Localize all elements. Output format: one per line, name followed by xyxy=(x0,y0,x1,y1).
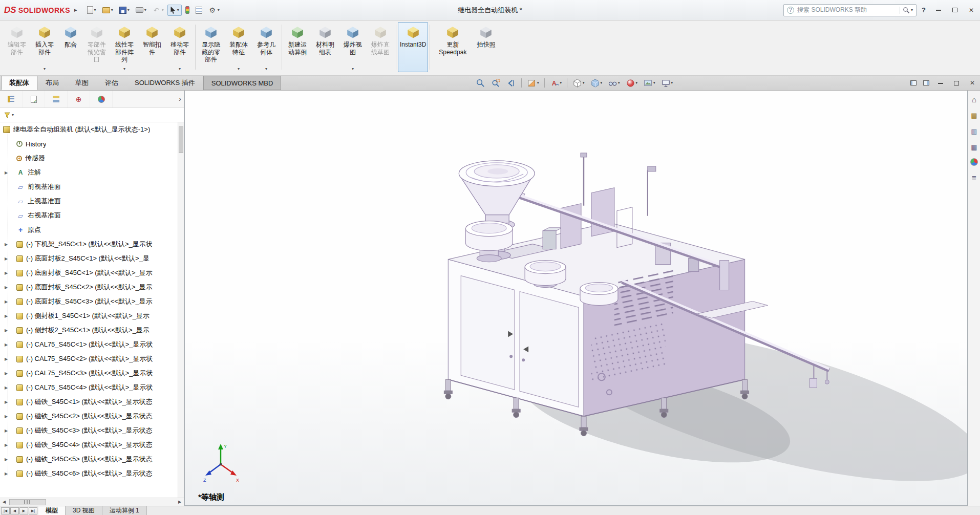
ribbon-button[interactable]: 移动零部件 ▾ xyxy=(166,22,194,72)
zoom-area-button[interactable] xyxy=(489,77,503,90)
tree-item[interactable]: ▶ 上视基准面 xyxy=(0,194,178,208)
tree-item[interactable]: ▶ (-) 磁铁_S45C<6> (默认<<默认>_显示状态 xyxy=(0,466,178,481)
dropdown-arrow-icon[interactable]: ▾ xyxy=(179,67,181,71)
tree-item[interactable]: ▶ (-) CAL75_S45C<1> (默认<<默认>_显示状 xyxy=(0,337,178,352)
dropdown-arrow-icon[interactable]: ▾ xyxy=(238,67,240,71)
expand-arrow-icon[interactable]: ▶ xyxy=(5,170,8,176)
filter-input[interactable] xyxy=(16,110,180,120)
tree-item[interactable]: ▶ (-) 磁铁_S45C<3> (默认<<默认>_显示状态 xyxy=(0,423,178,438)
task-pane-icon[interactable] xyxy=(970,95,979,104)
previous-view-button[interactable] xyxy=(504,77,518,90)
tree-item[interactable]: ▶ (-) 磁铁_S45C<5> (默认<<默认>_显示状态 xyxy=(0,452,178,466)
graphics-viewport[interactable]: Y X Z *等轴测 xyxy=(184,91,968,506)
close-button[interactable]: ✕ xyxy=(967,6,976,14)
pane-right-icon[interactable] xyxy=(923,80,929,85)
dynamic-annotation-views-button[interactable]: A ▾ xyxy=(548,77,564,90)
dropdown-arrow-icon[interactable]: ▾ xyxy=(94,8,96,12)
expand-arrow-icon[interactable]: ▶ xyxy=(5,442,8,448)
dropdown-arrow-icon[interactable]: ▾ xyxy=(265,67,267,71)
tree-item[interactable]: ▶ (-) 磁铁_S45C<2> (默认<<默认>_显示状态 xyxy=(0,409,178,423)
quick-access-button[interactable]: ▾ xyxy=(133,5,149,15)
dropdown-arrow-icon[interactable]: ▾ xyxy=(177,8,179,12)
expand-arrow-icon[interactable]: ▶ xyxy=(5,285,8,290)
tree-item[interactable]: ▶ (-) 侧封板1_S45C<1> (默认<<默认>_显示 xyxy=(0,309,178,323)
panel-collapse-arrow[interactable]: › xyxy=(179,94,181,103)
menu-expand-arrow-icon[interactable]: ▸ xyxy=(74,7,77,13)
bottom-tab[interactable]: 3D 视图 xyxy=(66,506,102,515)
quick-access-button[interactable]: ▾ xyxy=(117,5,132,16)
view-orientation-button[interactable]: ▾ xyxy=(570,77,587,90)
ribbon-button[interactable]: 线性零部件阵列 ▾ xyxy=(111,22,138,72)
hide-show-items-button[interactable]: ▾ xyxy=(606,77,622,90)
tree-item[interactable]: ▶ (-) 底面封板2_S45C<1> (默认<<默认>_显 xyxy=(0,251,178,266)
sheet-nav-button[interactable] xyxy=(19,507,28,514)
pane-left-icon[interactable] xyxy=(910,80,917,85)
dropdown-arrow-icon[interactable]: ▾ xyxy=(127,8,130,12)
expand-arrow-icon[interactable]: ▶ xyxy=(5,471,8,477)
quick-access-button[interactable]: ▾ xyxy=(150,4,166,16)
ribbon-button[interactable]: 编辑零部件 ▾ xyxy=(3,22,31,72)
tree-vertical-scrollbar[interactable] xyxy=(178,122,184,498)
edit-appearance-button[interactable]: ▾ xyxy=(624,77,640,90)
command-tab[interactable]: 装配体 xyxy=(1,76,37,90)
dropdown-arrow-icon[interactable]: ▾ xyxy=(352,67,354,71)
ribbon-button[interactable]: 智能扣件 ▾ xyxy=(138,22,166,72)
task-pane-icon[interactable] xyxy=(970,126,979,136)
machine-3d-model[interactable] xyxy=(185,91,967,505)
tree-item[interactable]: ▶ 注解 xyxy=(0,165,178,180)
apply-scene-button[interactable]: ▾ xyxy=(641,77,657,90)
bottom-tab[interactable]: 运动算例 1 xyxy=(102,506,147,515)
dropdown-arrow-icon[interactable]: ▾ xyxy=(111,8,113,12)
scroll-left-arrow[interactable]: ◀ xyxy=(0,500,8,504)
expand-arrow-icon[interactable]: ▶ xyxy=(5,371,8,376)
dropdown-arrow-icon[interactable]: ▾ xyxy=(123,67,125,71)
section-view-button[interactable]: ▾ xyxy=(525,77,541,90)
scroll-right-arrow[interactable]: ▶ xyxy=(176,500,184,504)
filter-funnel-icon[interactable]: ▾ xyxy=(4,112,14,119)
ribbon-button[interactable]: 材料明细表 ▾ xyxy=(311,22,339,72)
tree-item[interactable]: ▶ (-) 磁铁_S45C<1> (默认<<默认>_显示状态 xyxy=(0,395,178,409)
zoom-fit-button[interactable] xyxy=(474,77,487,90)
minimize-button[interactable] xyxy=(934,6,943,14)
sheet-nav-button[interactable] xyxy=(29,507,37,514)
search-icon[interactable]: ▾ xyxy=(900,7,913,14)
tree-item[interactable]: ▶ (-) 底面封板_S45C<2> (默认<<默认>_显示 xyxy=(0,280,178,294)
ribbon-button[interactable]: 爆炸直线草图 ▾ xyxy=(367,22,394,72)
expand-arrow-icon[interactable]: ▶ xyxy=(5,313,8,319)
dropdown-arrow-icon[interactable]: ▾ xyxy=(218,8,220,12)
panel-tab[interactable] xyxy=(68,91,90,108)
dropdown-arrow-icon[interactable]: ▾ xyxy=(44,67,46,71)
expand-arrow-icon[interactable]: ▶ xyxy=(5,328,8,333)
task-pane-icon[interactable] xyxy=(970,158,978,166)
tree-item[interactable]: ▶ (-) 底面封板_S45C<1> (默认<<默认>_显示 xyxy=(0,266,178,280)
panel-tab[interactable] xyxy=(90,91,113,108)
quick-access-button[interactable]: ▾ xyxy=(167,5,182,16)
scrollbar-thumb[interactable] xyxy=(9,499,46,505)
ribbon-button[interactable]: 参考几何体 ▾ xyxy=(252,22,280,72)
tree-root-item[interactable]: 继电器全自动组装机 (默认<默认_显示状态-1>) xyxy=(0,122,178,137)
tree-item[interactable]: ▶ (-) CAL75_S45C<4> (默认<<默认>_显示状 xyxy=(0,380,178,395)
expand-arrow-icon[interactable]: ▶ xyxy=(5,457,8,462)
ribbon-button[interactable]: 新建运动算例 ▾ xyxy=(284,22,311,72)
quick-access-button[interactable]: ▾ xyxy=(183,4,192,16)
quick-access-button[interactable]: ▾ xyxy=(206,4,222,16)
command-tab[interactable]: 布局 xyxy=(37,76,67,90)
tree-item[interactable]: ▶ 右视基准面 xyxy=(0,208,178,223)
ribbon-button[interactable]: 装配体特征 ▾ xyxy=(225,22,252,72)
doc-restore-button[interactable] xyxy=(952,79,961,87)
ribbon-button[interactable]: 更新 Speedpak ▾ xyxy=(432,22,474,72)
tree-item[interactable]: ▶ (-) 底面封板_S45C<3> (默认<<默认>_显示 xyxy=(0,294,178,309)
command-tab[interactable]: SOLIDWORKS 插件 xyxy=(126,76,203,90)
expand-arrow-icon[interactable]: ▶ xyxy=(5,242,8,247)
ribbon-button[interactable]: 插入零部件 ▾ xyxy=(31,22,58,72)
help-search-box[interactable]: ? 搜索 SOLIDWORKS 帮助 ▾ xyxy=(783,4,917,16)
expand-arrow-icon[interactable]: ▶ xyxy=(5,356,8,362)
task-pane-icon[interactable] xyxy=(970,111,979,120)
view-settings-button[interactable]: ▾ xyxy=(659,77,675,90)
expand-arrow-icon[interactable]: ▶ xyxy=(5,385,8,391)
scrollbar-thumb[interactable] xyxy=(179,126,183,153)
quick-access-button[interactable]: ▾ xyxy=(193,5,205,16)
tree-item[interactable]: ▶ (-) 下机架_S45C<1> (默认<<默认>_显示状 xyxy=(0,237,178,251)
expand-arrow-icon[interactable]: ▶ xyxy=(5,270,8,276)
panel-tab[interactable] xyxy=(23,91,45,108)
